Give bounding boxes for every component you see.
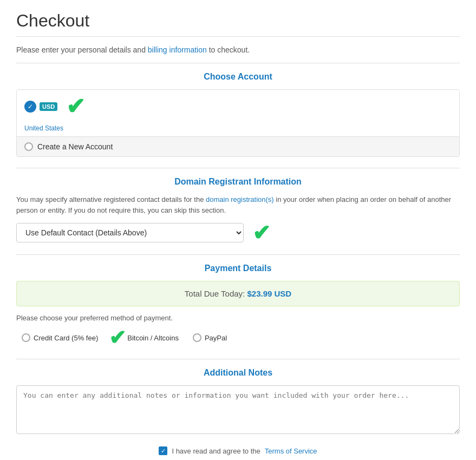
terms-link[interactable]: Terms of Service <box>265 447 317 455</box>
choose-account-title: Choose Account <box>16 72 460 82</box>
total-amount: $23.99 USD <box>247 289 291 298</box>
domain-registrant-section: Domain Registrant Information You may sp… <box>16 177 460 244</box>
contact-dropdown[interactable]: Use Default Contact (Details Above) Ente… <box>16 223 244 242</box>
terms-row: ✓ I have read and agree to the Terms of … <box>16 446 460 455</box>
credit-card-radio[interactable] <box>22 333 30 342</box>
payment-option-paypal[interactable]: PayPal <box>193 333 227 342</box>
intro-text: Please enter your personal details and b… <box>16 45 460 54</box>
terms-checkbox[interactable]: ✓ <box>159 446 167 455</box>
total-due-box: Total Due Today: $23.99 USD <box>16 281 460 306</box>
account-box: ✓ USD ✔ United States Create a New Accou… <box>16 89 460 157</box>
payment-method-label: Please choose your preferred method of p… <box>16 314 460 322</box>
page-title: Checkout <box>16 11 460 31</box>
payment-details-title: Payment Details <box>16 264 460 273</box>
bitcoin-checkmark-icon: ✔ <box>109 327 126 348</box>
payment-options: Credit Card (5% fee) ✔ Bitcoin / Altcoin… <box>16 327 460 348</box>
paypal-label: PayPal <box>205 334 227 342</box>
additional-notes-section: Additional Notes <box>16 368 460 436</box>
domain-registrant-title: Domain Registrant Information <box>16 177 460 187</box>
check-circle-icon: ✓ <box>24 101 36 113</box>
payment-option-bitcoin[interactable]: ✔ Bitcoin / Altcoins <box>112 327 179 348</box>
choose-account-section: Choose Account ✓ USD ✔ United States Cre… <box>16 72 460 157</box>
payment-details-section: Payment Details Total Due Today: $23.99 … <box>16 264 460 348</box>
payment-option-credit[interactable]: Credit Card (5% fee) <box>22 333 98 342</box>
create-account-radio[interactable] <box>24 142 33 151</box>
usd-badge: USD <box>40 102 57 111</box>
create-account-label: Create a New Account <box>37 142 113 151</box>
credit-card-label: Credit Card (5% fee) <box>34 334 98 342</box>
account-checkmark-icon: ✔ <box>66 95 85 118</box>
country-label: United States <box>17 123 459 136</box>
dropdown-row: Use Default Contact (Details Above) Ente… <box>16 222 460 244</box>
domain-checkmark-icon: ✔ <box>252 222 271 244</box>
paypal-radio[interactable] <box>193 333 201 342</box>
domain-info-text: You may specify alternative registered c… <box>16 194 460 215</box>
additional-notes-title: Additional Notes <box>16 368 460 378</box>
terms-label: I have read and agree to the <box>172 447 260 455</box>
account-icon-wrap: ✓ USD ✔ <box>24 95 85 118</box>
additional-notes-textarea[interactable] <box>16 385 460 434</box>
total-label: Total Due Today: <box>185 289 245 298</box>
bitcoin-label: Bitcoin / Altcoins <box>127 334 179 342</box>
create-account-row[interactable]: Create a New Account <box>17 136 459 156</box>
account-selected-row[interactable]: ✓ USD ✔ <box>17 90 459 123</box>
